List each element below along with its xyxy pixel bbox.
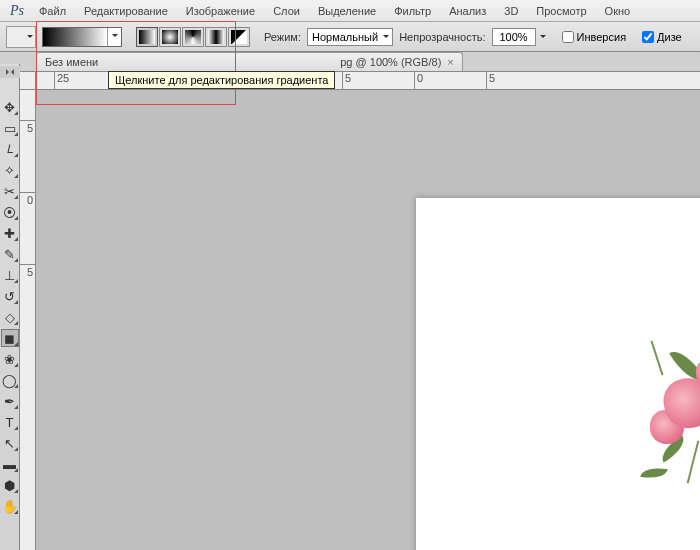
hand-tool[interactable]: ✋ [1, 497, 19, 515]
dither-checkbox-input[interactable] [642, 31, 654, 43]
eraser-tool[interactable]: ◇ [1, 308, 19, 326]
move-tool[interactable]: ✥ [1, 98, 19, 116]
ruler-v-tick: 0 [20, 192, 35, 206]
ruler-v-tick: 5 [20, 264, 35, 278]
opacity-label: Непрозрачность: [399, 31, 485, 43]
history-brush-tool[interactable]: ↺ [1, 287, 19, 305]
invert-checkbox-input[interactable] [562, 31, 574, 43]
ruler-origin[interactable] [20, 72, 36, 90]
dodge-tool[interactable]: ◯ [1, 371, 19, 389]
ruler-h-tick: 5 [342, 72, 351, 89]
menu-select[interactable]: Выделение [309, 2, 385, 20]
path-select-tool[interactable]: ↖ [1, 434, 19, 452]
gradient-tooltip: Щелкните для редактирования градиента [108, 71, 335, 89]
vertical-ruler[interactable]: 5 0 5 [20, 90, 36, 550]
stamp-tool[interactable]: ⊥ [1, 266, 19, 284]
mode-label: Режим: [264, 31, 301, 43]
blend-mode-value: Нормальный [312, 31, 378, 43]
close-tab-icon[interactable]: × [447, 56, 453, 68]
toolbar-expand-icon[interactable] [0, 66, 20, 78]
tab-title-left: Без имени [45, 56, 98, 68]
eyedropper-tool[interactable]: ⦿ [1, 203, 19, 221]
gradient-swatch[interactable] [43, 28, 107, 46]
invert-label: Инверсия [577, 31, 627, 43]
wand-tool[interactable]: ✧ [1, 161, 19, 179]
menu-window[interactable]: Окно [596, 2, 640, 20]
ruler-h-tick: 25 [54, 72, 69, 89]
tab-title-right: pg @ 100% (RGB/8) [340, 56, 441, 68]
dither-checkbox[interactable]: Дизе [642, 31, 682, 43]
menu-view[interactable]: Просмотр [527, 2, 595, 20]
gradient-radial-button[interactable] [159, 27, 181, 47]
gradient-type-group [136, 27, 250, 47]
menu-bar: Ps Файл Редактирование Изображение Слои … [0, 0, 700, 22]
blur-tool[interactable]: ❀ [1, 350, 19, 368]
image-content [636, 340, 700, 500]
ruler-v-tick: 5 [20, 120, 35, 134]
dither-label: Дизе [657, 31, 682, 43]
crop-tool[interactable]: ✂ [1, 182, 19, 200]
ruler-h-tick: 5 [486, 72, 495, 89]
app-logo: Ps [4, 3, 30, 19]
menu-image[interactable]: Изображение [177, 2, 264, 20]
gradient-reflected-button[interactable] [205, 27, 227, 47]
tools-panel: ✥▭𝘓✧✂⦿✚✎⊥↺◇◼❀◯✒T↖▬⬢✋ [0, 64, 20, 550]
3d-tool[interactable]: ⬢ [1, 476, 19, 494]
document-tab[interactable]: Без имени pg @ 100% (RGB/8) × [36, 52, 463, 71]
shape-tool[interactable]: ▬ [1, 455, 19, 473]
gradient-picker[interactable] [42, 27, 122, 47]
gradient-dropdown[interactable] [107, 28, 121, 46]
tool-preset-picker[interactable] [6, 26, 36, 48]
menu-edit[interactable]: Редактирование [75, 2, 177, 20]
pen-tool[interactable]: ✒ [1, 392, 19, 410]
invert-checkbox[interactable]: Инверсия [562, 31, 627, 43]
ruler-h-tick: 0 [414, 72, 423, 89]
menu-3d[interactable]: 3D [495, 2, 527, 20]
marquee-tool[interactable]: ▭ [1, 119, 19, 137]
opacity-input[interactable]: 100% [492, 28, 536, 46]
canvas-area[interactable] [36, 90, 700, 550]
lasso-tool[interactable]: 𝘓 [1, 140, 19, 158]
gradient-linear-button[interactable] [136, 27, 158, 47]
gradient-diamond-button[interactable] [228, 27, 250, 47]
brush-tool[interactable]: ✎ [1, 245, 19, 263]
blend-mode-select[interactable]: Нормальный [307, 28, 393, 46]
options-bar: Режим: Нормальный Непрозрачность: 100% И… [0, 22, 700, 52]
menu-analysis[interactable]: Анализ [440, 2, 495, 20]
gradient-tool[interactable]: ◼ [1, 329, 19, 347]
menu-file[interactable]: Файл [30, 2, 75, 20]
menu-layers[interactable]: Слои [264, 2, 309, 20]
healing-tool[interactable]: ✚ [1, 224, 19, 242]
type-tool[interactable]: T [1, 413, 19, 431]
gradient-angle-button[interactable] [182, 27, 204, 47]
document-tab-bar: Без имени pg @ 100% (RGB/8) × [0, 52, 700, 72]
menu-filter[interactable]: Фильтр [385, 2, 440, 20]
